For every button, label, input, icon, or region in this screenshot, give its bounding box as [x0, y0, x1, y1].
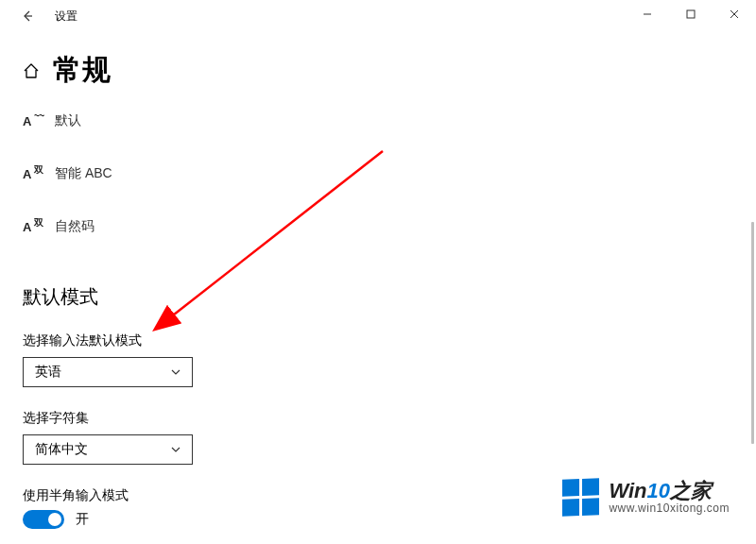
chevron-down-icon	[169, 366, 182, 379]
maximize-icon	[686, 9, 696, 19]
window-controls	[626, 0, 756, 28]
ime-item-label: 智能 ABC	[55, 165, 112, 182]
ime-glyph-icon: A双	[23, 167, 55, 181]
select-input-mode[interactable]: 英语	[23, 357, 193, 387]
maximize-button[interactable]	[669, 0, 713, 28]
ime-item[interactable]: A双 智能 ABC	[23, 152, 756, 196]
ime-item[interactable]: A~~ 默认	[23, 99, 756, 143]
ime-item-label: 默认	[55, 112, 81, 129]
select-value: 简体中文	[35, 441, 88, 458]
page-title: 常规	[53, 51, 112, 90]
ime-glyph-icon: A~~	[23, 114, 55, 128]
window-title: 设置	[55, 8, 77, 25]
page-heading-row: 常规	[21, 51, 756, 90]
chevron-down-icon	[169, 443, 182, 456]
minimize-icon	[643, 9, 652, 19]
home-icon[interactable]	[21, 60, 42, 81]
toggle-halfwidth[interactable]	[23, 510, 64, 529]
home-icon-svg	[23, 62, 40, 79]
watermark-url: www.win10xitong.com	[609, 502, 730, 515]
section-title-default-mode: 默认模式	[23, 284, 756, 310]
minimize-button[interactable]	[626, 0, 669, 28]
toggle-knob	[48, 513, 61, 526]
select-value: 英语	[35, 364, 61, 381]
label-charset: 选择字符集	[23, 410, 756, 427]
label-input-mode: 选择输入法默认模式	[23, 332, 756, 349]
close-icon	[730, 9, 739, 19]
scrollbar-thumb[interactable]	[751, 222, 754, 444]
ime-item-label: 自然码	[55, 218, 94, 235]
svg-rect-0	[687, 10, 695, 18]
back-arrow-icon	[21, 9, 34, 23]
ime-item[interactable]: A双 自然码	[23, 205, 756, 248]
watermark-title: Win10之家	[609, 480, 730, 502]
toggle-state-label: 开	[76, 511, 89, 528]
close-button[interactable]	[713, 0, 756, 28]
ime-glyph-icon: A双	[23, 220, 55, 234]
watermark: Win10之家 www.win10xitong.com	[562, 479, 730, 516]
back-button[interactable]	[17, 6, 38, 26]
windows-logo-icon	[562, 478, 599, 516]
select-charset[interactable]: 简体中文	[23, 434, 193, 465]
